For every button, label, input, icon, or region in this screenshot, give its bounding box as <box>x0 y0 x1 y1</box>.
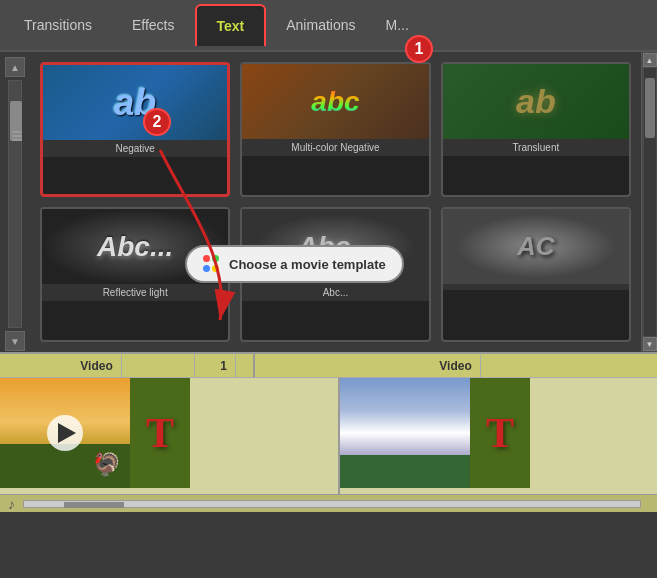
video-thumb-right <box>340 378 470 488</box>
grid-item-abc3[interactable]: AC <box>441 207 631 342</box>
grid-item-transluent[interactable]: ab Transluent <box>441 62 631 197</box>
left-scroll-panel: ▲ ▼ <box>0 52 30 352</box>
col-header-area: Video 1 Video <box>0 354 657 377</box>
footer-scroll-thumb[interactable] <box>64 502 124 508</box>
play-button-left[interactable] <box>47 415 83 451</box>
right-scroll-bar: ▲ ▼ <box>641 52 657 352</box>
col2-header: 1 <box>195 354 255 377</box>
tab-effects[interactable]: Effects <box>112 4 195 46</box>
timeline-header: Video 1 Video <box>0 354 657 378</box>
main-content: ▲ ▼ ab Negative <box>0 52 657 352</box>
play-triangle-left <box>58 423 76 443</box>
timeline: Video 1 Video 🦃 T <box>0 352 657 512</box>
right-scroll-track[interactable] <box>644 68 656 336</box>
right-scroll-down[interactable]: ▼ <box>643 337 657 351</box>
timeline-footer: ♪ <box>0 494 657 512</box>
tab-transitions[interactable]: Transitions <box>4 4 112 46</box>
emoji-overlay: 🦃 <box>93 452 120 478</box>
multicolor-preview: abc <box>311 86 359 118</box>
text-button-left[interactable]: T <box>130 378 190 488</box>
timeline-right: T <box>340 378 657 494</box>
col3-header: Video <box>255 354 657 377</box>
abc3-label <box>443 284 629 290</box>
abc3-preview: AC <box>517 231 555 262</box>
music-note-icon[interactable]: ♪ <box>8 496 15 512</box>
scroll-thumb[interactable] <box>10 101 22 141</box>
tab-bar: Transitions Effects Text Animations M... <box>0 0 657 52</box>
red-arrow-svg <box>130 130 310 330</box>
timeline-body: 🦃 T T <box>0 378 657 494</box>
video-thumb-left: 🦃 <box>0 378 130 488</box>
transluent-preview: ab <box>516 82 556 121</box>
tab-text[interactable]: Text <box>195 4 267 46</box>
scroll-down-button[interactable]: ▼ <box>5 331 25 351</box>
timeline-left: 🦃 T <box>0 378 340 494</box>
right-scroll-thumb[interactable] <box>645 78 655 138</box>
transluent-label: Transluent <box>443 139 629 156</box>
col1-header: Video <box>0 354 195 377</box>
tab-animations[interactable]: Animations <box>266 4 375 46</box>
footer-scroll[interactable] <box>23 500 641 508</box>
right-scroll-up[interactable]: ▲ <box>643 53 657 67</box>
badge-1: 1 <box>405 35 433 63</box>
scroll-up-button[interactable]: ▲ <box>5 57 25 77</box>
effects-grid: ab Negative abc Multi-color Negative ab … <box>30 52 641 352</box>
text-button-right[interactable]: T <box>470 378 530 488</box>
scroll-track[interactable] <box>8 80 22 328</box>
badge-2: 2 <box>143 108 171 136</box>
